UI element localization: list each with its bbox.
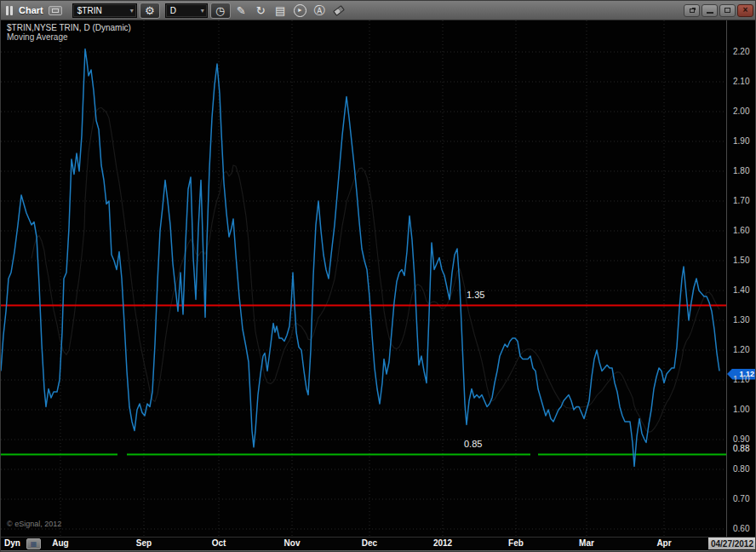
- last-date-badge: 04/27/2012: [708, 538, 756, 549]
- x-axis-month-label: Oct: [212, 538, 226, 548]
- symbol-input[interactable]: $TRIN ▾: [72, 3, 137, 18]
- y-axis-label: 2.20: [733, 47, 749, 56]
- price-line: [1, 49, 719, 467]
- symbol-value: $TRIN: [77, 6, 102, 15]
- y-axis-label: 1.10: [733, 375, 749, 384]
- time-axis[interactable]: Dyn ▦ 04/27/2012 AugSepOctNovDec2012FebM…: [1, 537, 756, 550]
- x-axis-month-label: 2012: [433, 538, 452, 548]
- auto-scale-button[interactable]: Ⓐ: [311, 3, 329, 19]
- y-axis-label: 0.60: [733, 524, 749, 533]
- play-circle-icon: ▸: [294, 4, 306, 17]
- time-template-label[interactable]: Dyn: [4, 538, 20, 548]
- maximize-button[interactable]: [719, 4, 736, 17]
- y-axis-label: 1.00: [733, 405, 749, 414]
- eraser-button[interactable]: [330, 3, 348, 19]
- x-axis-month-label: Feb: [508, 538, 524, 548]
- chevron-down-icon[interactable]: ▾: [196, 7, 204, 14]
- x-axis-month-label: Aug: [52, 538, 68, 548]
- chart-window-icon: [6, 6, 13, 15]
- databox-icon: ▤: [275, 5, 285, 16]
- y-axis-label: 1.60: [733, 226, 749, 235]
- maximize-icon: [724, 8, 730, 13]
- title-bar: Chart $TRIN ▾ ⚙ D ▾ ◷ ✎ ↻ ▤ ▸ Ⓐ: [1, 1, 756, 20]
- y-axis-label: 0.80: [733, 464, 749, 474]
- x-axis-month-label: Sep: [136, 538, 152, 548]
- window-title: Chart: [19, 5, 43, 15]
- upper-trendline-value-label: 1.35: [467, 290, 484, 300]
- y-axis-label: 1.20: [733, 345, 749, 354]
- x-axis-month-label: Nov: [284, 538, 301, 548]
- copyright-label: © eSignal, 2012: [7, 520, 61, 528]
- y-axis-label: 1.40: [733, 285, 749, 295]
- y-axis-label: 0.90: [733, 434, 749, 444]
- pencil-icon: ✎: [237, 5, 246, 16]
- restore-icon: [690, 9, 695, 13]
- time-interval-button[interactable]: ◷: [210, 3, 231, 19]
- grid-glyph-icon: ▦: [31, 541, 37, 548]
- databox-button[interactable]: ▤: [272, 3, 289, 19]
- minimize-button[interactable]: [702, 4, 718, 17]
- chart-area[interactable]: $TRIN,NYSE TRIN, D (Dynamic) Moving Aver…: [1, 20, 756, 537]
- y-axis-label: 1.70: [733, 196, 749, 205]
- replay-button[interactable]: ▸: [291, 3, 309, 19]
- y-axis-label: 0.70: [733, 494, 749, 503]
- y-axis-label: 1.90: [733, 136, 749, 146]
- lower-trendline-value-label: 0.85: [464, 439, 482, 449]
- draw-tools-button[interactable]: ✎: [232, 3, 250, 19]
- chart-window: Chart $TRIN ▾ ⚙ D ▾ ◷ ✎ ↻ ▤ ▸ Ⓐ: [0, 0, 756, 552]
- interval-input[interactable]: D ▾: [165, 3, 208, 18]
- moving-average-line: [32, 107, 719, 432]
- ma-value-axis-label: 0.88: [733, 444, 749, 453]
- minimize-icon: [707, 12, 713, 14]
- gear-icon: ⚙: [145, 5, 155, 16]
- chart-settings-button[interactable]: ⚙: [140, 3, 160, 19]
- clock-icon: ◷: [215, 5, 225, 16]
- circle-a-icon: Ⓐ: [314, 5, 325, 16]
- close-button[interactable]: ×: [737, 4, 753, 17]
- moving-average-label[interactable]: Moving Average: [7, 32, 68, 42]
- restore-window-button[interactable]: [684, 4, 700, 17]
- refresh-icon: ↻: [256, 5, 266, 16]
- y-axis-label: 2.00: [733, 106, 749, 116]
- chart-symbol-label: $TRIN,NYSE TRIN, D (Dynamic): [7, 23, 131, 32]
- refresh-button[interactable]: ↻: [252, 3, 270, 19]
- y-axis-label: 2.10: [733, 77, 749, 86]
- interval-value: D: [170, 6, 176, 15]
- x-axis-month-label: Mar: [579, 538, 594, 548]
- layout-badge-icon: [49, 6, 62, 15]
- x-axis-month-label: Dec: [362, 538, 377, 548]
- eraser-icon: [333, 5, 345, 16]
- time-template-button[interactable]: ▦: [26, 538, 41, 549]
- x-axis-month-label: Apr: [656, 538, 671, 548]
- price-plot[interactable]: [1, 20, 726, 537]
- y-axis-label: 1.50: [733, 256, 749, 265]
- price-axis[interactable]: 1.12 0.88 0.600.700.800.901.001.101.201.…: [726, 20, 756, 537]
- close-icon: ×: [743, 6, 748, 14]
- y-axis-label: 1.30: [733, 315, 749, 325]
- y-axis-label: 1.80: [733, 166, 749, 175]
- chevron-down-icon[interactable]: ▾: [125, 7, 134, 14]
